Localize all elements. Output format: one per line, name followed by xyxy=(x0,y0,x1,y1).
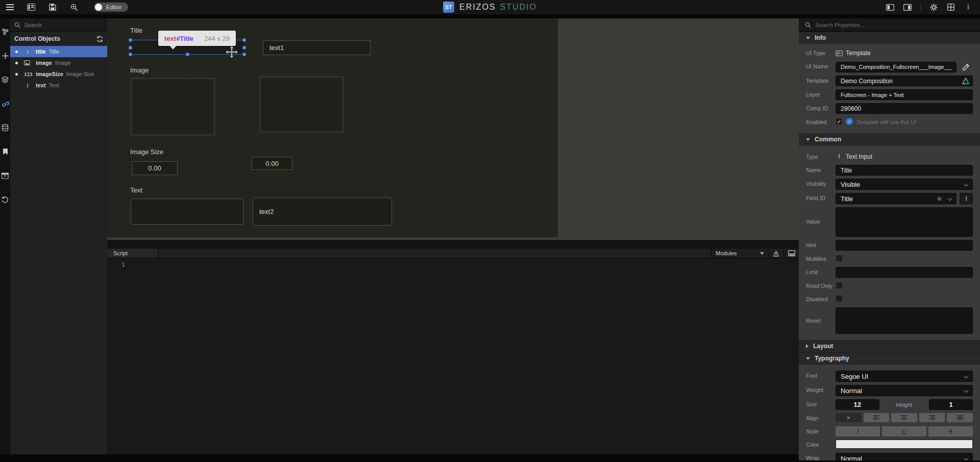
line-height-label: Height xyxy=(883,399,926,410)
script-editor-area[interactable] xyxy=(133,261,797,452)
comp-id-input[interactable] xyxy=(836,103,973,114)
tree-item-imageSize[interactable]: 123 imageSize Image Size xyxy=(10,68,107,80)
modified-bullet xyxy=(15,73,18,76)
toggle-knob xyxy=(95,4,102,11)
text1-value: text1 xyxy=(270,44,284,52)
color-swatch[interactable] xyxy=(836,440,973,449)
value-textarea[interactable] xyxy=(836,207,973,237)
underline-button[interactable]: U xyxy=(882,426,926,436)
line-height-input[interactable]: 1 xyxy=(929,399,973,410)
font-size-input[interactable]: 12 xyxy=(836,399,879,410)
image-dropzone-1[interactable] xyxy=(131,78,215,135)
section-title: Typography xyxy=(815,355,849,362)
toggle-right-panel-icon[interactable] xyxy=(903,3,912,12)
align-right-icon[interactable] xyxy=(919,413,945,422)
weight-select[interactable]: Normal xyxy=(836,385,973,396)
read-only-checkbox[interactable] xyxy=(836,282,843,289)
database-icon[interactable] xyxy=(1,124,9,132)
bookmark-icon[interactable] xyxy=(1,148,9,156)
edit-pencil-icon[interactable] xyxy=(960,61,973,72)
text-area-2[interactable]: text2 xyxy=(253,198,392,226)
archive-box-icon[interactable] xyxy=(1,172,9,180)
multiline-checkbox[interactable] xyxy=(836,255,843,262)
reset-label: Reset xyxy=(806,307,836,324)
visibility-select[interactable]: Visible xyxy=(836,179,973,190)
field-id-combo[interactable]: Title ⊗ xyxy=(836,193,957,204)
panels-layout-icon[interactable] xyxy=(27,3,36,12)
panel-resize-divider[interactable] xyxy=(107,240,799,249)
strikethrough-button[interactable]: S xyxy=(928,426,973,436)
properties-search-input[interactable] xyxy=(815,22,917,28)
align-center-icon[interactable] xyxy=(891,413,917,422)
align-left-icon[interactable] xyxy=(864,413,890,422)
image-dropzone-2[interactable] xyxy=(260,77,344,132)
objects-search-input[interactable] xyxy=(24,22,90,28)
resize-handle-sw[interactable] xyxy=(129,53,132,56)
tree-item-name: text xyxy=(36,82,46,88)
section-header-layout[interactable]: Layout xyxy=(799,340,980,352)
zoom-search-icon[interactable] xyxy=(69,3,79,12)
resize-handle-ne[interactable] xyxy=(242,38,246,42)
settings-gear-icon[interactable] xyxy=(929,3,938,12)
save-icon[interactable] xyxy=(48,3,57,12)
text-area-1[interactable] xyxy=(131,199,243,225)
disabled-checkbox[interactable] xyxy=(836,295,843,302)
text-cursor-button[interactable]: I xyxy=(960,193,973,204)
control-objects-header: Control Objects xyxy=(10,32,107,46)
tree-item-image[interactable]: image Image xyxy=(10,57,107,68)
reset-textarea[interactable] xyxy=(836,307,973,334)
limit-input[interactable] xyxy=(836,267,973,278)
resize-handle-w[interactable] xyxy=(129,46,132,50)
history-undo-icon[interactable] xyxy=(1,196,9,204)
script-panel: Script Modules 1 xyxy=(107,240,799,454)
hamburger-menu-icon[interactable] xyxy=(5,3,14,12)
name-label: Name xyxy=(806,165,836,173)
toggle-left-panel-icon[interactable] xyxy=(886,3,895,12)
nodes-graph-icon[interactable] xyxy=(1,28,9,36)
resize-handle-se[interactable] xyxy=(242,53,246,56)
hint-label: Hint xyxy=(806,240,836,248)
layers-icon[interactable] xyxy=(1,76,9,84)
logo-studio-text: STUDIO xyxy=(500,3,537,12)
link-binding-icon[interactable] xyxy=(1,100,9,108)
tree-item-text[interactable]: I text Text xyxy=(10,80,107,91)
italic-button[interactable]: I xyxy=(836,426,880,436)
font-select[interactable]: Segoe UI xyxy=(836,371,973,382)
layer-input[interactable] xyxy=(836,89,973,100)
canvas-viewport[interactable]: Title text#Title 244 x 29 xyxy=(107,18,799,240)
grid-apps-icon[interactable] xyxy=(946,3,955,12)
prism-triangle-icon[interactable] xyxy=(962,78,969,84)
resize-handle-nw[interactable] xyxy=(129,38,132,42)
color-label: Color xyxy=(806,440,836,448)
image-size-input-1[interactable]: 0.00 xyxy=(132,161,178,175)
tree-item-title[interactable]: I title Title xyxy=(10,46,107,57)
wrap-select[interactable]: Normal xyxy=(836,453,973,460)
section-header-info[interactable]: Info xyxy=(799,32,980,44)
console-panel-icon[interactable] xyxy=(783,249,799,258)
tree-item-name: imageSize xyxy=(36,71,63,77)
editor-mode-toggle[interactable]: Editor xyxy=(94,3,128,12)
image-size-input-2[interactable]: 0.00 xyxy=(252,157,292,170)
align-default-button[interactable]: > xyxy=(836,413,862,422)
format-script-icon[interactable] xyxy=(768,249,783,258)
text1-input[interactable]: text1 xyxy=(263,40,371,55)
template-input[interactable] xyxy=(836,76,973,86)
refresh-icon[interactable] xyxy=(96,36,103,42)
section-header-common[interactable]: Common xyxy=(799,133,980,145)
modules-dropdown[interactable]: Modules xyxy=(711,249,768,258)
align-justify-icon[interactable] xyxy=(947,413,973,422)
ui-name-input[interactable] xyxy=(836,62,957,72)
composition-surface[interactable]: Title text#Title 244 x 29 xyxy=(107,18,558,237)
info-icon[interactable]: i xyxy=(964,3,973,12)
objects-search-bar xyxy=(10,18,107,32)
enabled-checkbox[interactable]: ✓ xyxy=(836,118,843,125)
add-plus-icon[interactable] xyxy=(1,52,9,60)
clear-icon[interactable]: ⊗ xyxy=(937,196,942,202)
section-header-typography[interactable]: Typography xyxy=(799,352,980,364)
hint-input[interactable] xyxy=(836,240,973,251)
name-input[interactable] xyxy=(836,165,973,176)
resize-handle-s[interactable] xyxy=(186,53,189,56)
resize-handle-e[interactable] xyxy=(242,46,246,50)
tab-script[interactable]: Script xyxy=(107,249,158,258)
field-label-text: Text xyxy=(130,186,142,194)
